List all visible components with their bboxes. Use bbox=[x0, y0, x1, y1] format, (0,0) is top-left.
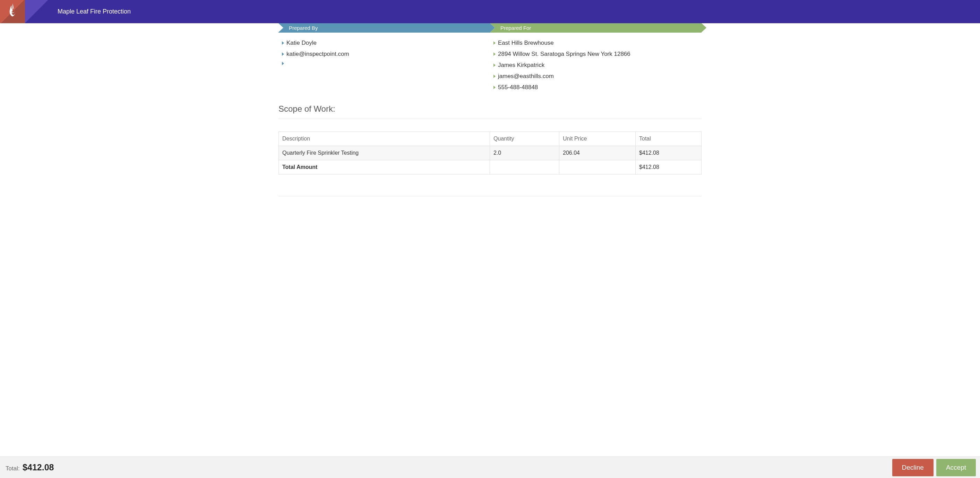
list-item bbox=[278, 60, 490, 67]
table-row: Quarterly Fire Sprinkler Testing 2.0 206… bbox=[279, 146, 702, 160]
col-quantity: Quantity bbox=[490, 132, 559, 146]
caret-icon bbox=[282, 62, 284, 65]
caret-icon bbox=[282, 41, 284, 45]
brand-corner bbox=[25, 0, 48, 23]
banner-prepared-for: Prepared For bbox=[490, 23, 702, 33]
prepared-by-name: Katie Doyle bbox=[286, 40, 317, 46]
col-total: Total bbox=[636, 132, 702, 146]
cell-empty bbox=[559, 160, 636, 174]
cell-qty: 2.0 bbox=[490, 146, 559, 160]
col-unit-price: Unit Price bbox=[559, 132, 636, 146]
banners-row: Prepared By Prepared For bbox=[278, 23, 702, 33]
prepared-for-col: East Hills Brewhouse 2894 Willow St. Sar… bbox=[490, 33, 702, 93]
cell-total-value: $412.08 bbox=[636, 160, 702, 174]
prepared-for-email: james@easthills.com bbox=[498, 73, 554, 80]
cell-empty bbox=[490, 160, 559, 174]
caret-icon bbox=[282, 53, 284, 56]
prepared-for-contact: James Kirkpatrick bbox=[498, 62, 544, 69]
banner-prepared-for-label: Prepared For bbox=[500, 25, 531, 31]
caret-icon bbox=[493, 86, 496, 89]
table-total-row: Total Amount $412.08 bbox=[279, 160, 702, 174]
list-item: East Hills Brewhouse bbox=[490, 37, 702, 49]
info-columns: Katie Doyle katie@inspectpoint.com East … bbox=[278, 33, 702, 93]
line-items-table: Description Quantity Unit Price Total Qu… bbox=[278, 131, 702, 174]
list-item: James Kirkpatrick bbox=[490, 60, 702, 71]
prepared-by-col: Katie Doyle katie@inspectpoint.com bbox=[278, 33, 490, 93]
brand-title: Maple Leaf Fire Protection bbox=[57, 8, 131, 15]
cell-desc: Quarterly Fire Sprinkler Testing bbox=[279, 146, 490, 160]
list-item: katie@inspectpoint.com bbox=[278, 49, 490, 60]
list-item: james@easthills.com bbox=[490, 71, 702, 82]
flame-icon bbox=[6, 3, 18, 20]
banner-prepared-by-label: Prepared By bbox=[289, 25, 318, 31]
banner-prepared-by: Prepared By bbox=[278, 23, 490, 33]
cell-unit: 206.04 bbox=[559, 146, 636, 160]
prepared-for-phone: 555-488-48848 bbox=[498, 84, 538, 91]
prepared-for-company: East Hills Brewhouse bbox=[498, 40, 554, 46]
brand-logo bbox=[0, 0, 25, 23]
caret-icon bbox=[493, 75, 496, 78]
top-bar: Maple Leaf Fire Protection bbox=[0, 0, 980, 23]
prepared-for-address: 2894 Willow St. Saratoga Springs New Yor… bbox=[498, 51, 630, 57]
cell-total: $412.08 bbox=[636, 146, 702, 160]
table-header-row: Description Quantity Unit Price Total bbox=[279, 132, 702, 146]
caret-icon bbox=[493, 41, 496, 45]
list-item: 555-488-48848 bbox=[490, 82, 702, 93]
caret-icon bbox=[493, 64, 496, 67]
divider bbox=[278, 196, 702, 196]
caret-icon bbox=[493, 53, 496, 56]
prepared-by-email: katie@inspectpoint.com bbox=[286, 51, 349, 57]
col-description: Description bbox=[279, 132, 490, 146]
main-content: Prepared By Prepared For Katie Doyle kat… bbox=[278, 23, 702, 238]
list-item: 2894 Willow St. Saratoga Springs New Yor… bbox=[490, 49, 702, 60]
scope-title: Scope of Work: bbox=[278, 104, 702, 114]
list-item: Katie Doyle bbox=[278, 37, 490, 49]
cell-total-label: Total Amount bbox=[279, 160, 490, 174]
divider bbox=[278, 119, 702, 119]
